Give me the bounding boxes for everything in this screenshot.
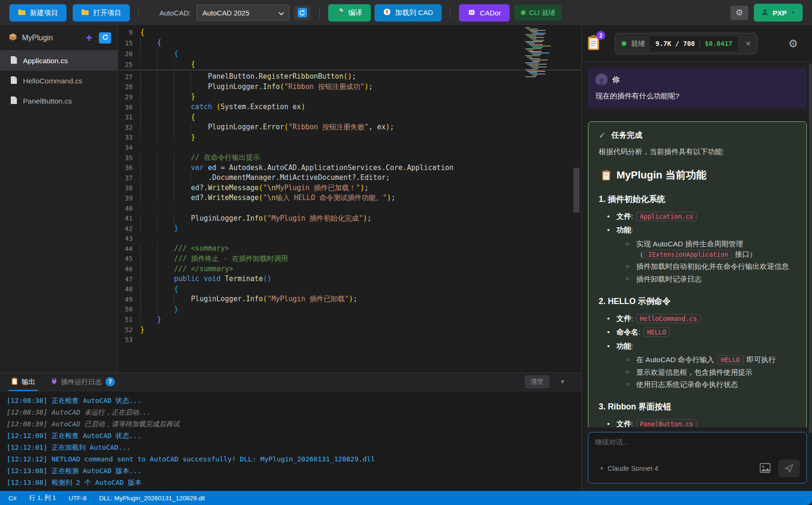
- line-number: 30: [119, 104, 140, 111]
- ai-chat-panel: 2 就绪 9.7K / 708 $0.0417 × ⚙ 你 现在的插件有什么功能…: [581, 26, 812, 491]
- chat-scrollbar[interactable]: [809, 63, 812, 433]
- sync-files-button[interactable]: [99, 32, 111, 44]
- autocad-label: AutoCAD:: [159, 9, 191, 17]
- status-language: C#: [8, 495, 16, 502]
- bullet-item: •命令名: HELLO: [607, 327, 796, 337]
- line-number: 28: [119, 83, 140, 90]
- code-line: 52}: [119, 325, 581, 335]
- line-number: 37: [119, 174, 140, 182]
- code-chip: PanelButton.cs: [636, 419, 697, 427]
- chat-input-box: ▼ Claude Sonnet 4: [588, 432, 807, 483]
- file-icon: [10, 76, 17, 86]
- new-project-button[interactable]: 新建项目: [9, 4, 67, 22]
- line-number: 52: [119, 326, 140, 334]
- load-icon: [383, 8, 391, 17]
- bullet-item: •功能:: [607, 341, 796, 351]
- project-header: MyPlugin +: [0, 26, 118, 50]
- close-session-button[interactable]: ×: [745, 38, 751, 49]
- cador-button[interactable]: CADor: [459, 4, 510, 22]
- code-line: 41PluginLogger.Info("MyPlugin 插件初始化完成");: [119, 213, 581, 223]
- folder-open-icon: [81, 9, 89, 17]
- chat-messages[interactable]: 你 现在的插件有什么功能呢? ✓ 任务完成 根据代码分析，当前插件具有以下功能:…: [582, 62, 812, 427]
- line-number: 25: [119, 61, 140, 68]
- line-number: 32: [119, 124, 140, 131]
- status-dll-path: DLL: MyPlugin_20260131_120829.dll: [99, 495, 205, 502]
- log-line: [12:13:08] 检测到 2 个 AutoCAD 版本: [7, 477, 581, 489]
- minimap[interactable]: [525, 27, 569, 79]
- section-title: 3. Ribbon 界面按钮: [599, 401, 796, 412]
- code-line: 53: [119, 334, 581, 345]
- autocad-version-select[interactable]: AutoCAD 2025: [196, 5, 289, 21]
- clipboard-icon: [601, 170, 611, 181]
- code-line: 29}: [119, 92, 581, 102]
- file-item-hellocommand-cs[interactable]: HelloCommand.cs: [0, 71, 118, 91]
- line-number: 31: [119, 113, 140, 121]
- clipboard-icon: [11, 377, 18, 386]
- code-chip: HELLO: [717, 355, 744, 364]
- add-file-button[interactable]: +: [82, 31, 96, 45]
- cli-status-dot-icon: [521, 10, 526, 15]
- chat-settings-button[interactable]: ⚙: [788, 37, 798, 50]
- bullet-item: •文件: PanelButton.cs: [607, 419, 796, 427]
- clear-output-button[interactable]: 清空: [525, 375, 549, 388]
- load-to-cad-button[interactable]: 加载到 CAD: [375, 4, 442, 22]
- file-item-application-cs[interactable]: Application.cs: [0, 51, 118, 71]
- file-explorer: MyPlugin + Application.csHelloCommand.cs…: [0, 26, 118, 372]
- file-name: Application.cs: [23, 57, 68, 65]
- compile-label: 编译: [348, 8, 362, 17]
- result-sections: 1. 插件初始化系统•文件: Application.cs•功能: ○实现 Au…: [599, 193, 796, 427]
- code-chip: HelloCommand.cs: [636, 314, 701, 323]
- line-number: 49: [119, 296, 140, 303]
- cador-label: CADor: [480, 9, 501, 17]
- collapse-panel-icon[interactable]: ▼: [560, 379, 565, 385]
- session-status-pill: 就绪 9.7K / 708 $0.0417 ×: [615, 33, 758, 54]
- section-title: 2. HELLO 示例命令: [599, 296, 796, 307]
- line-number: 51: [119, 316, 140, 323]
- toolbar-divider: [450, 6, 451, 19]
- file-item-panelbutton-cs[interactable]: PanelButton.cs: [0, 91, 118, 111]
- code-line: 49PluginLogger.Info("MyPlugin 插件已卸载");: [119, 294, 581, 304]
- output-log: [12:08:38] 正在检查 AutoCAD 状态...[12:08:38] …: [0, 391, 581, 489]
- editor-scrollbar[interactable]: [573, 168, 579, 213]
- status-encoding: UTF-8: [68, 495, 86, 502]
- code-line: 28PluginLogger.Info("Ribbon 按钮注册成功");: [119, 82, 581, 92]
- context-files-button[interactable]: 2: [586, 35, 601, 52]
- session-cost: $0.0417: [705, 40, 732, 47]
- log-line: [12:08:39] AutoCAD 已启动，请等待加载完成后再试: [7, 418, 581, 430]
- result-heading-text: MyPlugin 当前功能: [617, 168, 707, 182]
- model-selector[interactable]: ▼ Claude Sonnet 4: [600, 465, 658, 472]
- log-line: [12:13:08] 正在检测 AutoCAD 版本...: [7, 465, 581, 477]
- session-ready-label: 就绪: [631, 39, 645, 48]
- file-icon: [10, 96, 17, 106]
- attach-image-button[interactable]: [758, 461, 773, 476]
- usage-chip: 9.7K / 708 $0.0417: [650, 36, 738, 51]
- account-button[interactable]: PXP ▼: [754, 4, 803, 22]
- code-line: 32PluginLogger.Error("Ribbon 按钮注册失败", ex…: [119, 122, 581, 133]
- tab-label: 输出: [22, 378, 35, 386]
- tab-output[interactable]: 输出: [7, 372, 40, 391]
- line-number: 38: [119, 184, 140, 192]
- file-list: Application.csHelloCommand.csPanelButton…: [0, 51, 118, 111]
- result-heading: MyPlugin 当前功能: [601, 168, 796, 182]
- gear-icon: ⚙: [736, 7, 743, 18]
- line-number: 47: [119, 275, 140, 283]
- code-line: 34: [119, 142, 581, 153]
- code-line: 44/// <summary>: [119, 244, 581, 254]
- refresh-versions-button[interactable]: [294, 6, 311, 20]
- code-line: 15{: [119, 37, 581, 48]
- chat-input[interactable]: [595, 438, 800, 446]
- code-line: 9{: [119, 27, 581, 37]
- sub-bullet-item: ○插件卸载时记录日志: [626, 274, 796, 284]
- new-project-label: 新建项目: [30, 8, 58, 17]
- tab-plugin-log[interactable]: 插件运行日志7: [46, 372, 120, 391]
- task-complete-title: 任务完成: [611, 130, 642, 141]
- user-name: 你: [612, 75, 619, 84]
- open-project-button[interactable]: 打开项目: [73, 4, 130, 22]
- compile-button[interactable]: 编译: [328, 4, 371, 22]
- send-button[interactable]: [778, 460, 800, 477]
- code-editor[interactable]: 9{15{20{25{ 27PanelButton.RegisterRibbon…: [119, 26, 581, 372]
- log-line: [12:12:01] 正在加载到 AutoCAD...: [7, 442, 581, 453]
- token-count: 9.7K / 708: [655, 40, 695, 47]
- settings-button[interactable]: ⚙: [730, 6, 748, 20]
- line-number: 42: [119, 225, 140, 232]
